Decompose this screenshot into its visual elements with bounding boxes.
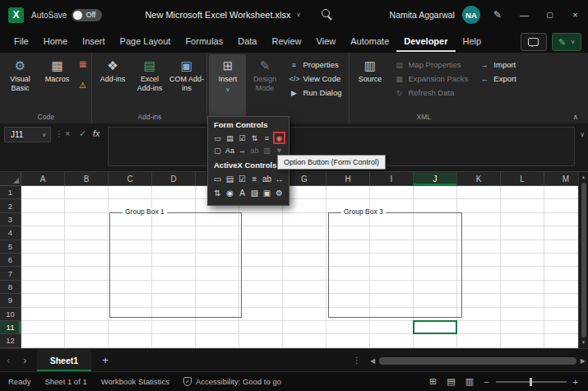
text-box-icon[interactable]: ab	[261, 172, 273, 186]
cell-K7[interactable]	[457, 267, 501, 280]
cell-K1[interactable]	[457, 186, 501, 199]
cell-J2[interactable]	[414, 199, 457, 212]
column-header-C[interactable]: C	[109, 172, 152, 186]
cell-A9[interactable]	[21, 294, 65, 307]
cell-L7[interactable]	[501, 267, 544, 280]
cell-A3[interactable]	[21, 213, 65, 226]
row-header-11[interactable]: 11	[0, 321, 21, 334]
row-header-2[interactable]: 2	[0, 199, 21, 212]
cell-B3[interactable]	[65, 213, 109, 226]
row-header-4[interactable]: 4	[0, 226, 21, 240]
cell-A4[interactable]	[21, 226, 65, 240]
select-all-button[interactable]	[0, 172, 21, 186]
expansion-packs-button[interactable]: ▦ Expansion Packs	[394, 74, 468, 83]
search-button[interactable]	[321, 8, 334, 21]
scroll-right-icon[interactable]: ▶	[581, 357, 586, 365]
pen-icon[interactable]: ✎	[493, 9, 502, 21]
run-dialog-button[interactable]: ▶ Run Dialog	[289, 88, 341, 97]
cell-B6[interactable]	[65, 254, 109, 267]
cell-B5[interactable]	[65, 240, 109, 254]
view-code-button[interactable]: </> View Code	[289, 74, 341, 83]
cell-B9[interactable]	[65, 294, 109, 307]
cell-L10[interactable]	[501, 308, 544, 321]
cell-G7[interactable]	[283, 267, 326, 280]
accessibility-status[interactable]: ✓ Accessibility: Good to go	[183, 377, 281, 386]
cell-F3[interactable]	[239, 213, 283, 226]
row-header-9[interactable]: 9	[0, 294, 21, 307]
cell-D12[interactable]	[152, 334, 196, 347]
new-sheet-button[interactable]: +	[91, 354, 119, 366]
cell-L6[interactable]	[501, 254, 544, 267]
zoom-slider[interactable]	[496, 381, 567, 383]
cell-E11[interactable]	[196, 321, 239, 334]
cell-L1[interactable]	[501, 186, 544, 199]
macro-security-warning-icon[interactable]: ⚠	[79, 81, 86, 90]
next-sheet-icon[interactable]: ›	[16, 354, 33, 366]
excel-logo-icon[interactable]: X	[8, 7, 24, 23]
cell-B11[interactable]	[65, 321, 109, 334]
scroll-bar-icon[interactable]: ↔	[236, 144, 248, 156]
scroll-left-icon[interactable]: ◀	[370, 357, 375, 365]
cell-C1[interactable]	[109, 186, 152, 199]
cell-G6[interactable]	[283, 254, 326, 267]
map-properties-button[interactable]: ▤ Map Properties	[394, 60, 468, 69]
cell-G10[interactable]	[283, 308, 326, 321]
cell-A5[interactable]	[21, 240, 65, 254]
cell-K6[interactable]	[457, 254, 501, 267]
cell-I12[interactable]	[370, 334, 414, 347]
close-button[interactable]: ×	[563, 0, 588, 30]
cell-D1[interactable]	[152, 186, 196, 199]
cell-K12[interactable]	[457, 334, 501, 347]
cell-K11[interactable]	[457, 321, 501, 334]
cell-A12[interactable]	[21, 334, 65, 347]
name-box-splitter-icon[interactable]: ⋮	[55, 129, 63, 138]
cell-A7[interactable]	[21, 267, 65, 280]
cell-A6[interactable]	[21, 254, 65, 267]
column-header-B[interactable]: B	[65, 172, 109, 186]
toggle-button-icon[interactable]: ▣	[261, 186, 273, 200]
row-header-1[interactable]: 1	[0, 186, 21, 199]
vertical-scrollbar-thumb[interactable]	[581, 183, 586, 337]
row-header-6[interactable]: 6	[0, 254, 21, 267]
column-header-J[interactable]: J	[414, 172, 457, 186]
column-header-D[interactable]: D	[152, 172, 196, 186]
cell-F4[interactable]	[239, 226, 283, 240]
cell-K10[interactable]	[457, 308, 501, 321]
column-header-I[interactable]: I	[370, 172, 414, 186]
normal-view-icon[interactable]: ⊞	[429, 376, 437, 387]
text-field-icon[interactable]: ab	[248, 144, 261, 156]
visual-basic-button[interactable]: ⚙ Visual Basic	[2, 54, 39, 112]
cell-B1[interactable]	[65, 186, 109, 199]
cell-F7[interactable]	[239, 267, 283, 280]
option-button-icon[interactable]: ◉	[273, 132, 285, 144]
cell-G12[interactable]	[283, 334, 326, 347]
image-icon[interactable]: ▨	[248, 186, 261, 200]
tab-help[interactable]: Help	[456, 31, 489, 52]
cell-L11[interactable]	[501, 321, 544, 334]
cell-A8[interactable]	[21, 281, 65, 294]
cell-G9[interactable]	[283, 294, 326, 307]
group-box-icon[interactable]: ▢	[211, 144, 224, 156]
cell-K8[interactable]	[457, 281, 501, 294]
combo-box-icon[interactable]: ▤	[224, 172, 236, 186]
design-mode-button[interactable]: ✎ Design Mode	[246, 54, 283, 120]
cell-A10[interactable]	[21, 308, 65, 321]
formula-bar-expand-icon[interactable]: ∨	[580, 131, 585, 138]
zoom-slider-knob[interactable]	[530, 378, 532, 386]
row-header-5[interactable]: 5	[0, 240, 21, 254]
cell-G8[interactable]	[283, 281, 326, 294]
list-box-icon[interactable]: ≡	[261, 132, 273, 144]
combo-list-edit-icon[interactable]: ▥	[261, 144, 273, 156]
avatar[interactable]: NA	[462, 6, 480, 24]
cell-B7[interactable]	[65, 267, 109, 280]
check-box-icon[interactable]: ☑	[236, 132, 248, 144]
tab-review[interactable]: Review	[264, 31, 308, 52]
cell-L2[interactable]	[501, 199, 544, 212]
properties-button[interactable]: ≡ Properties	[289, 60, 341, 69]
column-header-L[interactable]: L	[501, 172, 544, 186]
editing-mode-button[interactable]: ✎ ∨	[552, 33, 581, 51]
cell-J11[interactable]	[414, 321, 457, 334]
cell-A1[interactable]	[21, 186, 65, 199]
cell-C11[interactable]	[109, 321, 152, 334]
tab-scroll-dots-icon[interactable]: ⋮	[353, 356, 361, 365]
